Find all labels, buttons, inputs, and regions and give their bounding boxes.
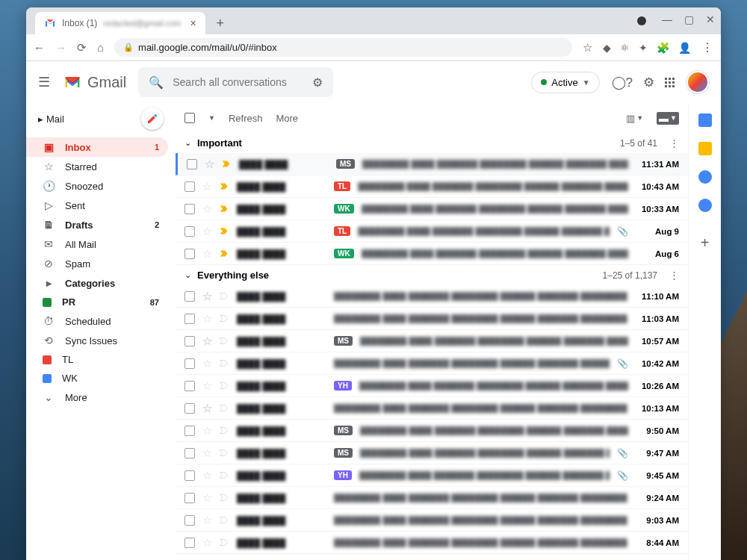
star-icon[interactable]: ☆ [202, 447, 212, 460]
nav-item-snoozed[interactable]: 🕐Snoozed [26, 176, 168, 196]
nav-item-starred[interactable]: ☆Starred [26, 157, 168, 176]
select-dropdown-icon[interactable]: ▼ [208, 114, 215, 122]
search-options-icon[interactable]: ⚙ [312, 75, 323, 90]
mail-row[interactable]: ☆ ████ ████ ████████ ████ ███████ ██████… [176, 352, 688, 375]
star-icon[interactable]: ☆ [202, 335, 212, 348]
maximize-button[interactable]: ▢ [684, 13, 694, 25]
close-button[interactable]: ✕ [706, 13, 715, 25]
forward-icon[interactable]: → [55, 41, 66, 54]
section-menu-icon[interactable]: ⋮ [669, 137, 679, 149]
extension-icon[interactable]: ✦ [639, 42, 648, 54]
gmail-logo[interactable]: Gmail [62, 72, 126, 93]
star-icon[interactable]: ☆ [202, 491, 212, 505]
back-icon[interactable]: ← [34, 41, 45, 54]
section-menu-icon[interactable]: ⋮ [669, 270, 679, 281]
importance-marker-icon[interactable] [220, 516, 229, 524]
mail-row[interactable]: ☆ ████ ████ ████████ ████ ███████ ██████… [176, 397, 688, 420]
status-chip[interactable]: Active ▼ [531, 72, 599, 93]
url-input[interactable]: 🔒 mail.google.com/mail/u/0/#inbox [114, 38, 572, 57]
importance-marker-icon[interactable] [220, 182, 229, 190]
importance-marker-icon[interactable] [220, 449, 229, 457]
row-checkbox[interactable] [185, 358, 195, 369]
row-checkbox[interactable] [185, 403, 195, 414]
row-checkbox[interactable] [185, 426, 195, 436]
collapse-icon[interactable]: ⌄ [185, 138, 191, 148]
importance-marker-icon[interactable] [220, 359, 229, 367]
nav-item-sync-issues[interactable]: ⟲Sync Issues [26, 331, 168, 350]
nav-item-drafts[interactable]: 🗎Drafts2 [26, 215, 168, 234]
star-icon[interactable]: ☆ [202, 379, 212, 393]
mail-row[interactable]: ☆ ████ ████ ████████ ████ ███████ ██████… [176, 285, 688, 308]
mail-row[interactable]: ☆ ████ ████ ████████ ████ ███████ ██████… [176, 487, 688, 509]
nav-item-spam[interactable]: ⊘Spam [26, 254, 168, 273]
nav-item-all-mail[interactable]: ✉All Mail [26, 234, 168, 254]
google-apps-icon[interactable] [665, 78, 675, 87]
tasks-icon[interactable] [698, 170, 712, 184]
row-checkbox[interactable] [185, 291, 195, 302]
mail-section-toggle[interactable]: ▸ Mail [38, 113, 64, 125]
star-icon[interactable]: ☆ [202, 536, 212, 550]
support-icon[interactable]: ◯? [612, 75, 633, 90]
browser-menu-icon[interactable]: ⋮ [701, 40, 713, 55]
density-toggle[interactable]: ▥▼ [626, 113, 643, 124]
bookmark-icon[interactable]: ☆ [583, 41, 592, 55]
nav-item-scheduled[interactable]: ⏱Scheduled [26, 311, 168, 331]
importance-marker-icon[interactable] [220, 337, 229, 345]
importance-marker-icon[interactable] [220, 249, 229, 258]
star-icon[interactable]: ☆ [202, 247, 212, 261]
star-icon[interactable]: ☆ [202, 424, 212, 438]
star-icon[interactable]: ☆ [202, 225, 212, 238]
compose-button[interactable] [141, 108, 164, 130]
star-icon[interactable]: ☆ [202, 357, 212, 370]
home-icon[interactable]: ⌂ [97, 41, 104, 54]
star-icon[interactable]: ☆ [202, 290, 212, 303]
mail-row[interactable]: ☆ ████ ████ WK ████████ ████ ███████ ███… [176, 198, 688, 220]
keep-icon[interactable] [698, 142, 712, 155]
importance-marker-icon[interactable] [220, 292, 229, 300]
star-icon[interactable]: ☆ [202, 469, 212, 482]
settings-gear-icon[interactable]: ⚙ [643, 75, 654, 90]
add-panel-icon[interactable]: + [701, 234, 710, 252]
row-checkbox[interactable] [185, 448, 195, 458]
row-checkbox[interactable] [185, 204, 195, 214]
mail-row[interactable]: ☆ ████ ████ ████████ ████ ███████ ██████… [176, 308, 688, 330]
star-icon[interactable]: ☆ [205, 158, 214, 171]
main-menu-icon[interactable]: ☰ [38, 74, 50, 90]
row-checkbox[interactable] [185, 538, 195, 548]
row-checkbox[interactable] [185, 314, 195, 324]
collapse-icon[interactable]: ⌄ [185, 270, 191, 280]
nav-item-pr[interactable]: PR87 [26, 293, 168, 311]
row-checkbox[interactable] [185, 226, 195, 237]
row-checkbox[interactable] [187, 159, 197, 169]
tab-close-icon[interactable]: × [190, 17, 196, 29]
reload-icon[interactable]: ⟳ [77, 41, 87, 55]
importance-marker-icon[interactable] [222, 160, 232, 168]
mail-row[interactable]: ☆ ████ ████ ████████ ████ ███████ ██████… [176, 532, 688, 554]
mail-row[interactable]: ☆ ████ ████ TL ████████ ████ ███████ ███… [176, 175, 688, 198]
star-icon[interactable]: ☆ [202, 312, 212, 326]
search-box[interactable]: 🔍 ⚙ [138, 67, 333, 97]
mail-row[interactable]: ☆ ████ ████ MS ████████ ████ ███████ ███… [176, 420, 688, 442]
nav-item-tl[interactable]: TL [26, 350, 168, 369]
mail-row[interactable]: ☆ ████ ████ TL ████████ ████ ███████ ███… [176, 220, 688, 243]
row-checkbox[interactable] [185, 336, 195, 346]
view-toggle[interactable]: ▬▼ [657, 112, 679, 125]
row-checkbox[interactable] [185, 515, 195, 526]
nav-item-wk[interactable]: WK [26, 369, 168, 388]
star-icon[interactable]: ☆ [202, 180, 212, 193]
star-icon[interactable]: ☆ [202, 514, 212, 527]
mail-row[interactable]: ☆ ████ ████ WK ████████ ████ ███████ ███… [176, 243, 688, 265]
importance-marker-icon[interactable] [220, 227, 229, 235]
mail-row[interactable]: ☆ ████ ████ YH ████████ ████ ███████ ███… [176, 375, 688, 397]
select-all-checkbox[interactable] [185, 113, 195, 123]
new-tab-button[interactable]: + [211, 14, 229, 32]
account-avatar[interactable] [686, 71, 709, 93]
nav-item-categories[interactable]: ▸Categories [26, 273, 168, 293]
more-button[interactable]: More [276, 113, 298, 124]
importance-marker-icon[interactable] [220, 471, 229, 479]
mail-row[interactable]: ☆ ████ ████ MS ████████ ████ ███████ ███… [176, 330, 688, 352]
importance-marker-icon[interactable] [220, 426, 229, 435]
refresh-button[interactable]: Refresh [229, 113, 263, 124]
row-checkbox[interactable] [185, 381, 195, 391]
importance-marker-icon[interactable] [220, 314, 229, 323]
